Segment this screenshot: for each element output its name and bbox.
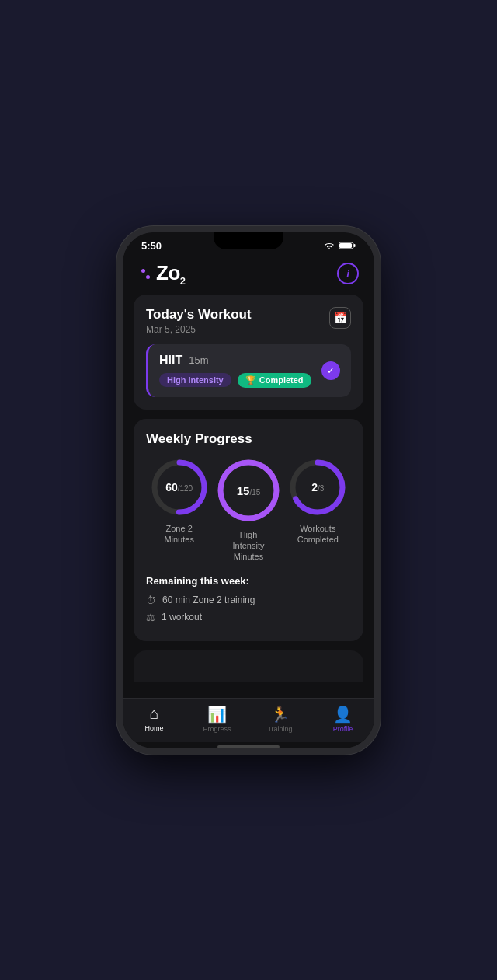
progress-card-title: Weekly Progress bbox=[146, 431, 351, 447]
svg-rect-2 bbox=[339, 243, 352, 248]
info-button[interactable]: i bbox=[337, 263, 359, 284]
check-circle: ✓ bbox=[321, 361, 340, 380]
app-title: Zo2 bbox=[156, 261, 186, 287]
progress-icon: 📊 bbox=[207, 705, 227, 724]
status-time: 5:50 bbox=[141, 240, 162, 252]
bottom-nav: ⌂ Home 📊 Progress 🏃 Training 👤 Profile bbox=[123, 698, 374, 742]
training-label: Training bbox=[267, 725, 292, 733]
dumbbell-icon: ⚖ bbox=[146, 612, 155, 623]
status-icons bbox=[324, 242, 356, 249]
home-label: Home bbox=[144, 724, 163, 732]
workout-info: HIIT 15m High Intensity 🏆 Completed bbox=[159, 354, 311, 388]
logo-dot-1 bbox=[141, 269, 145, 273]
workout-name: HIIT bbox=[159, 354, 182, 368]
workout-card-header: Today's Workout Mar 5, 2025 📅 bbox=[146, 307, 351, 335]
nav-training[interactable]: 🏃 Training bbox=[248, 705, 311, 733]
home-icon: ⌂ bbox=[149, 705, 158, 723]
trophy-icon: 🏆 bbox=[245, 375, 256, 385]
completed-badge: 🏆 Completed bbox=[238, 373, 311, 388]
circle-workouts-label: WorkoutsCompleted bbox=[297, 523, 339, 546]
calendar-icon[interactable]: 📅 bbox=[329, 307, 351, 329]
progress-circles: 60/120 Zone 2Minutes bbox=[146, 458, 351, 563]
circle-zone2: 60/120 Zone 2Minutes bbox=[150, 458, 209, 563]
logo-dots bbox=[138, 269, 150, 279]
workout-title-row: HIIT 15m bbox=[159, 354, 311, 368]
circle-hiit-label: HighIntensityMinutes bbox=[233, 529, 265, 563]
scroll-content[interactable]: Today's Workout Mar 5, 2025 📅 HIIT 15m H… bbox=[123, 295, 374, 698]
phone-inner: 5:50 bbox=[123, 232, 374, 748]
circle-workouts-container: 2/3 bbox=[288, 458, 347, 517]
remaining-item-2: ⚖ 1 workout bbox=[146, 612, 351, 623]
svg-rect-1 bbox=[354, 244, 356, 247]
workout-card-date: Mar 5, 2025 bbox=[146, 324, 252, 335]
todays-workout-card: Today's Workout Mar 5, 2025 📅 HIIT 15m H… bbox=[134, 295, 363, 410]
logo-dot-2 bbox=[146, 275, 150, 279]
remaining-title: Remaining this week: bbox=[146, 575, 351, 587]
remaining-item-1: ⏱ 60 min Zone 2 training bbox=[146, 595, 351, 606]
partial-card bbox=[134, 650, 363, 682]
clock-icon: ⏱ bbox=[146, 595, 156, 606]
profile-label: Profile bbox=[333, 725, 353, 733]
circle-workouts: 2/3 WorkoutsCompleted bbox=[288, 458, 347, 563]
circle-zone2-label: Zone 2Minutes bbox=[164, 523, 194, 546]
battery-icon bbox=[339, 242, 356, 249]
profile-icon: 👤 bbox=[333, 705, 353, 724]
workout-card-title: Today's Workout bbox=[146, 307, 252, 323]
workout-duration: 15m bbox=[189, 354, 208, 366]
app-logo: Zo2 bbox=[138, 261, 186, 287]
wifi-icon bbox=[324, 242, 335, 249]
training-icon: 🏃 bbox=[270, 705, 290, 724]
home-indicator bbox=[217, 745, 280, 748]
progress-label: Progress bbox=[203, 725, 231, 733]
circle-hiit-value: 15/15 bbox=[237, 483, 261, 497]
nav-home[interactable]: ⌂ Home bbox=[123, 705, 186, 732]
workout-badges: High Intensity 🏆 Completed bbox=[159, 373, 311, 388]
intensity-badge: High Intensity bbox=[159, 373, 231, 387]
nav-profile[interactable]: 👤 Profile bbox=[311, 705, 374, 733]
circle-hiit: 15/15 HighIntensityMinutes bbox=[216, 458, 281, 563]
circle-zone2-container: 60/120 bbox=[150, 458, 209, 517]
remaining-section: Remaining this week: ⏱ 60 min Zone 2 tra… bbox=[146, 575, 351, 623]
workout-item[interactable]: HIIT 15m High Intensity 🏆 Completed ✓ bbox=[146, 344, 351, 397]
notch bbox=[214, 232, 283, 249]
circle-hiit-container: 15/15 bbox=[216, 458, 281, 523]
weekly-progress-card: Weekly Progress 60/120 bbox=[134, 419, 363, 641]
circle-workouts-value: 2/3 bbox=[311, 481, 324, 493]
circle-zone2-value: 60/120 bbox=[165, 481, 193, 493]
workout-card-title-group: Today's Workout Mar 5, 2025 bbox=[146, 307, 252, 335]
nav-progress[interactable]: 📊 Progress bbox=[186, 705, 248, 733]
phone-frame: 5:50 bbox=[116, 226, 381, 755]
app-header: Zo2 i bbox=[123, 255, 374, 295]
